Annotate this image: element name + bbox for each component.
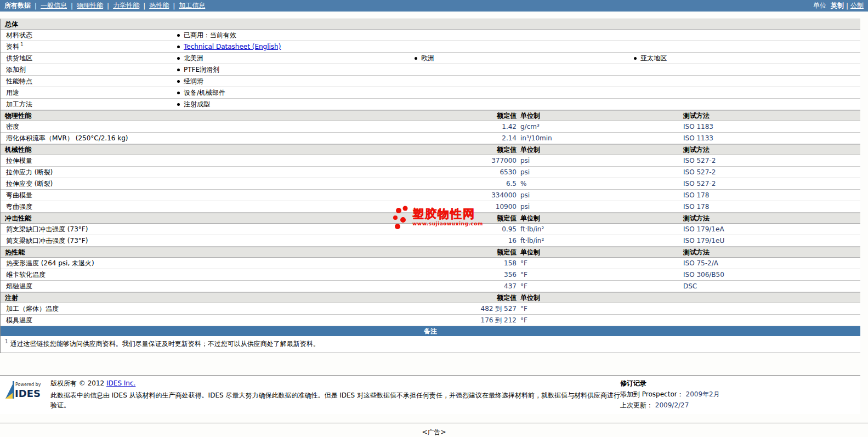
property-label: 热变形温度 (264 psi, 未退火) <box>1 259 451 268</box>
property-unit: psi <box>517 203 683 211</box>
bullet-icon <box>177 57 180 60</box>
unit-metric-link[interactable]: 公制 <box>850 1 864 10</box>
table-row: 材料状态 已商用：当前有效 <box>1 30 860 41</box>
bullet-icon <box>177 46 180 48</box>
property-value-item: 北美洲 <box>171 54 408 63</box>
ad-label: <广告> <box>422 428 446 436</box>
revision-updated-value: 2009/2/27 <box>655 401 689 409</box>
table-row: 弯曲强度 10900 psi ISO 178 <box>1 201 860 213</box>
nav-item-physical[interactable]: 物理性能 <box>77 1 103 10</box>
property-value: 1.42 <box>451 123 517 130</box>
section-header-general: 总体 <box>1 19 860 30</box>
property-value: 334000 <box>451 191 517 199</box>
footnote-number: 1 <box>5 339 8 344</box>
nav-item-mechanical[interactable]: 力学性能 <box>113 1 139 10</box>
property-value: 437 <box>451 282 517 290</box>
property-unit: g/cm³ <box>517 123 683 130</box>
property-value: 6.5 <box>451 180 517 188</box>
nav-separator: | <box>35 2 37 10</box>
property-value: 377000 <box>451 157 517 164</box>
property-unit: ft·lb/in² <box>517 237 683 245</box>
property-label: 维卡软化温度 <box>1 270 451 280</box>
table-row: 简支梁缺口冲击强度 (73°F) 16 ft·lb/in² ISO 179/1e… <box>1 235 860 247</box>
footer-disclaimer: 此数据表中的信息由 IDES 从该材料的生产商处获得。IDES 尽最大努力确保此… <box>50 390 620 410</box>
table-row: 模具温度 176 到 212 °F <box>1 315 860 326</box>
property-test-method: ISO 1183 <box>683 123 860 130</box>
col-header-unit: 单位制 <box>517 248 683 257</box>
property-table: 总体 材料状态 已商用：当前有效 资料1 Technical Datasheet… <box>0 19 860 353</box>
property-value-item: 已商用：当前有效 <box>171 31 408 40</box>
property-label: 简支梁缺口冲击强度 (73°F) <box>1 236 451 246</box>
property-label: 供货地区 <box>1 54 171 63</box>
nav-separator: | <box>71 2 73 10</box>
revision-title: 修订记录 <box>620 379 856 388</box>
revision-added-label: 添加到 Prospector： <box>620 390 684 398</box>
datasheet-page: 所有数据 | 一般信息 | 物理性能 | 力学性能 | 热性能 | 加工信息 单… <box>0 0 868 437</box>
table-row: 用途 设备/机械部件 <box>1 87 860 99</box>
property-value: 356 <box>451 271 517 279</box>
property-unit: psi <box>517 157 683 164</box>
property-unit: °F <box>517 316 683 324</box>
page-footer: Powered by IDES 版权所有 © 2012 IDES Inc. 此数… <box>0 375 860 414</box>
col-header-unit: 单位制 <box>517 145 683 155</box>
property-label: 拉伸应变 (断裂) <box>1 179 451 189</box>
table-row: 简支梁缺口冲击强度 (73°F) 0.95 ft·lb/in² ISO 179/… <box>1 224 860 235</box>
property-value-text: 亚太地区 <box>640 54 667 63</box>
revision-added-line: 添加到 Prospector： 2009年2月 <box>620 390 856 399</box>
col-header-test: 测试方法 <box>683 145 860 155</box>
property-label: 弯曲模量 <box>1 191 451 200</box>
property-test-method: ISO 179/1eU <box>683 237 860 245</box>
revision-updated-label: 上次更新： <box>620 401 653 409</box>
property-value-item: 经润滑 <box>171 77 408 86</box>
property-value-item: 欧洲 <box>408 54 627 63</box>
property-unit: in³/10min <box>517 134 683 142</box>
svg-text:Powered by: Powered by <box>15 382 41 387</box>
nav-separator: | <box>143 2 145 10</box>
property-value-item: 设备/机械部件 <box>171 88 408 98</box>
property-value-text: 设备/机械部件 <box>184 88 225 98</box>
property-value: 6530 <box>451 168 517 176</box>
property-value-text: 欧洲 <box>421 54 434 63</box>
col-header-test: 测试方法 <box>683 111 860 121</box>
bullet-icon <box>177 34 180 37</box>
footnote-text: 通过这些链接您能够访问供应商资料。我们尽量保证及时更新资料；不过您可以从供应商处… <box>10 340 320 348</box>
property-test-method: ISO 178 <box>683 203 860 211</box>
property-test-method: ISO 75-2/A <box>683 259 860 267</box>
nav-separator: | <box>107 2 109 10</box>
col-header-value: 额定值 <box>451 145 517 155</box>
table-row: 供货地区 北美洲 欧洲 亚太地区 <box>1 53 860 64</box>
section-header-thermal: 热性能 额定值 单位制 测试方法 <box>1 247 860 258</box>
nav-item-general-info[interactable]: 一般信息 <box>41 1 67 10</box>
svg-text:IDES: IDES <box>15 388 41 399</box>
table-row: 热变形温度 (264 psi, 未退火) 158 °F ISO 75-2/A <box>1 258 860 269</box>
property-unit: psi <box>517 168 683 176</box>
section-title: 热性能 <box>1 248 451 257</box>
bullet-icon <box>177 69 180 71</box>
section-header-impact: 冲击性能 额定值 单位制 测试方法 <box>1 213 860 224</box>
property-value: 2.14 <box>451 134 517 142</box>
ides-logo: Powered by IDES <box>4 379 45 412</box>
property-unit: °F <box>517 271 683 279</box>
property-unit: % <box>517 180 683 188</box>
ides-inc-link[interactable]: IDES Inc. <box>106 379 135 387</box>
nav-separator: | <box>173 2 175 10</box>
nav-item-processing[interactable]: 加工信息 <box>179 1 205 10</box>
table-row: 拉伸应变 (断裂) 6.5 % ISO 527-2 <box>1 178 860 190</box>
property-value: 16 <box>451 237 517 245</box>
copyright-year: © 2012 <box>79 379 104 387</box>
property-label: 熔融温度 <box>1 282 451 291</box>
technical-datasheet-link[interactable]: Technical Datasheet (English) <box>184 43 281 50</box>
table-row: 密度 1.42 g/cm³ ISO 1183 <box>1 121 860 133</box>
col-header-unit: 单位制 <box>517 293 683 303</box>
nav-item-thermal[interactable]: 热性能 <box>149 1 169 10</box>
property-value-item: PTFE润滑剂 <box>171 65 408 75</box>
property-label: 用途 <box>1 88 171 98</box>
property-test-method: ISO 527-2 <box>683 180 860 188</box>
property-label: 材料状态 <box>1 31 171 40</box>
bullet-icon <box>634 57 637 60</box>
col-header-value: 额定值 <box>451 111 517 121</box>
property-label: 简支梁缺口冲击强度 (73°F) <box>1 225 451 234</box>
property-test-method: ISO 527-2 <box>683 157 860 164</box>
property-value: 482 到 527 <box>451 304 517 314</box>
col-header-unit: 单位制 <box>517 214 683 223</box>
